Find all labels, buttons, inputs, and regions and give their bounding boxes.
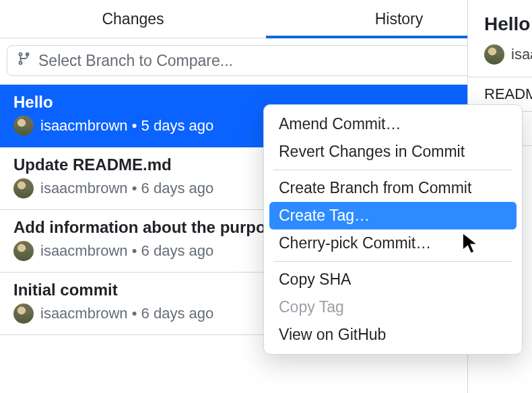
commit-time: 6 days ago (141, 180, 214, 196)
detail-meta: isaa (468, 40, 532, 77)
ctx-separator (273, 170, 512, 170)
detail-author: isaa (511, 46, 532, 63)
commit-author: isaacmbrown (40, 242, 128, 259)
separator-dot: • (132, 117, 137, 135)
commit-context-menu: Amend Commit… Revert Changes in Commit C… (263, 104, 523, 355)
separator-dot: • (132, 242, 137, 260)
ctx-cherry-pick[interactable]: Cherry-pick Commit… (269, 229, 517, 257)
commit-author: isaacmbrown (40, 305, 128, 322)
sidebar-tabs: Changes History (0, 0, 532, 38)
compare-section: Select Branch to Compare... (0, 38, 532, 85)
detail-title: Hello (468, 0, 532, 40)
avatar (13, 241, 34, 261)
separator-dot: • (132, 180, 137, 197)
avatar (13, 178, 34, 199)
ctx-create-branch[interactable]: Create Branch from Commit (269, 174, 517, 202)
commit-author: isaacmbrown (40, 117, 128, 134)
branch-compare-select[interactable]: Select Branch to Compare... (7, 45, 525, 76)
ctx-copy-tag: Copy Tag (269, 293, 517, 321)
avatar (13, 303, 34, 324)
ctx-copy-sha[interactable]: Copy SHA (269, 266, 517, 293)
separator-dot: • (132, 305, 137, 322)
commit-author: isaacmbrown (40, 180, 128, 196)
branch-compare-placeholder: Select Branch to Compare... (38, 52, 233, 70)
ctx-view-on-github[interactable]: View on GitHub (269, 321, 517, 349)
ctx-separator (273, 261, 512, 262)
commit-time: 6 days ago (141, 242, 214, 259)
ctx-amend-commit[interactable]: Amend Commit… (269, 110, 517, 138)
commit-time: 6 days ago (141, 305, 214, 322)
avatar (13, 116, 34, 136)
avatar (484, 44, 504, 65)
git-compare-icon (17, 51, 32, 70)
commit-time: 5 days ago (141, 117, 214, 134)
ctx-create-tag[interactable]: Create Tag… (269, 202, 517, 229)
tab-changes[interactable]: Changes (0, 0, 266, 38)
ctx-revert-changes[interactable]: Revert Changes in Commit (269, 138, 517, 166)
